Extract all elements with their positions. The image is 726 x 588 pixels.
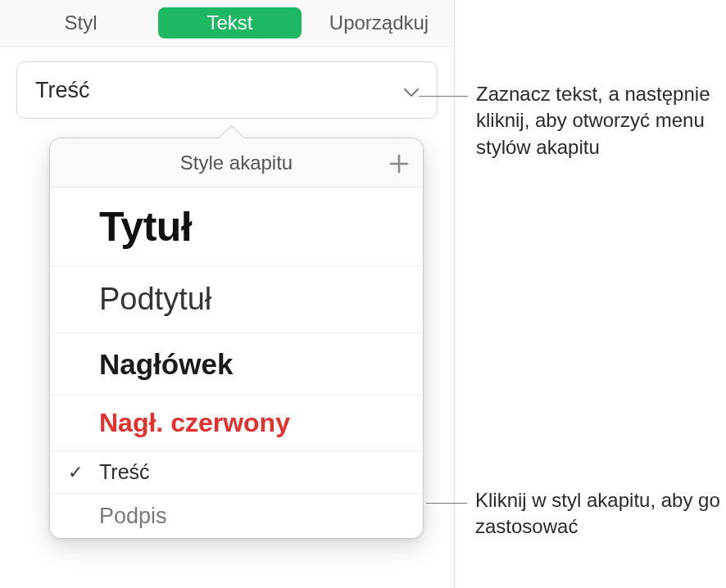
style-item-label: Nagł. czerwony bbox=[99, 396, 290, 450]
popover-title: Style akapitu bbox=[180, 152, 293, 174]
checkmark-icon: ✓ bbox=[68, 462, 83, 483]
style-item-label: Nagłówek bbox=[99, 333, 233, 395]
callout-leader bbox=[419, 96, 468, 97]
chevron-down-icon bbox=[404, 78, 419, 103]
tab-style[interactable]: Styl bbox=[5, 11, 157, 34]
paragraph-style-list: Tytuł Podtytuł Nagłówek Nagł. czerwony ✓… bbox=[50, 188, 423, 538]
tab-style-label: Styl bbox=[64, 11, 97, 34]
callout-open-menu: Zaznacz tekst, a następnie kliknij, aby … bbox=[476, 81, 714, 161]
style-item-podtytul[interactable]: Podtytuł bbox=[50, 266, 423, 333]
style-item-label: Tytuł bbox=[99, 188, 192, 265]
tab-text-label: Tekst bbox=[206, 11, 252, 34]
tab-text[interactable]: Tekst bbox=[158, 7, 302, 38]
style-item-naglowek[interactable]: Nagłówek bbox=[50, 333, 423, 396]
tab-arrange[interactable]: Uporządkuj bbox=[303, 11, 455, 34]
panel-tabs: Styl Tekst Uporządkuj bbox=[0, 0, 454, 47]
style-item-tresc[interactable]: ✓ Treść bbox=[50, 451, 423, 494]
tab-arrange-label: Uporządkuj bbox=[329, 11, 429, 34]
style-item-label: Podtytuł bbox=[99, 266, 211, 332]
callout-apply-style: Kliknij w styl akapitu, aby go zastosowa… bbox=[475, 487, 721, 541]
style-item-nagl-czerwony[interactable]: Nagł. czerwony bbox=[50, 396, 423, 451]
paragraph-style-select[interactable]: Treść bbox=[16, 61, 438, 119]
paragraph-styles-popover: Style akapitu Tytuł Podtytuł Nagłówek Na… bbox=[49, 138, 424, 539]
add-style-button[interactable] bbox=[388, 147, 410, 179]
plus-icon bbox=[388, 153, 410, 174]
style-item-label: Treść bbox=[99, 451, 150, 493]
callout-leader bbox=[426, 503, 467, 504]
paragraph-style-current: Treść bbox=[35, 78, 90, 103]
style-item-tytul[interactable]: Tytuł bbox=[50, 188, 423, 266]
format-panel: Styl Tekst Uporządkuj Treść Style akapit… bbox=[0, 0, 455, 588]
panel-tabs-wrap: Styl Tekst Uporządkuj bbox=[0, 7, 454, 38]
popover-header: Style akapitu bbox=[50, 138, 423, 188]
style-item-podpis[interactable]: Podpis bbox=[50, 494, 423, 538]
style-item-label: Podpis bbox=[99, 494, 167, 538]
